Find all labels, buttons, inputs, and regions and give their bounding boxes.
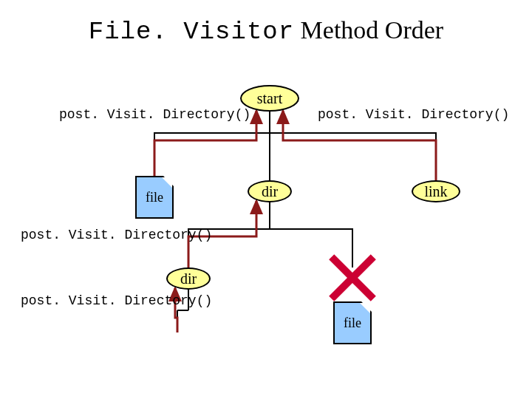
- file-node-skipped: file: [333, 301, 372, 344]
- pvd-label-low: post. Visit. Directory(): [21, 293, 212, 308]
- link-node: link: [412, 180, 460, 202]
- dir2-label: dir: [180, 270, 197, 287]
- title-rest: Method Order: [294, 16, 443, 44]
- pvd-label-top-right: post. Visit. Directory(): [318, 107, 509, 122]
- pvd-label-top-left: post. Visit. Directory(): [59, 107, 250, 122]
- file1-label: file: [146, 190, 163, 205]
- page-title: File. Visitor Method Order: [0, 16, 532, 46]
- file-node-1: file: [135, 176, 174, 219]
- start-label: start: [257, 90, 282, 107]
- cross-icon: [323, 248, 382, 307]
- skipped-file-label: file: [344, 316, 361, 331]
- dir1-label: dir: [262, 183, 278, 200]
- dir-node-2: dir: [166, 267, 211, 290]
- link1-label: link: [424, 183, 447, 200]
- dir-node-1: dir: [248, 180, 292, 202]
- title-mono: File. Visitor: [89, 18, 294, 46]
- pvd-label-mid: post. Visit. Directory(): [21, 228, 212, 242]
- diagram-canvas: File. Visitor Method Order start f: [0, 0, 532, 399]
